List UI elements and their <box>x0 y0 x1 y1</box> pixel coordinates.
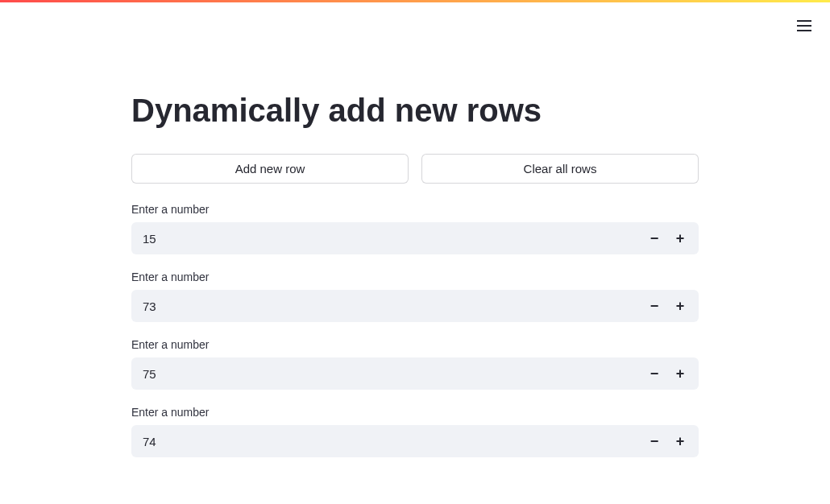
plus-icon[interactable]: + <box>673 366 687 381</box>
number-input-label: Enter a number <box>131 271 699 283</box>
number-input[interactable] <box>131 357 647 390</box>
add-new-row-button[interactable]: Add new row <box>131 154 409 184</box>
number-input[interactable] <box>131 290 647 322</box>
number-stepper: − + <box>647 299 699 313</box>
main-container: Dynamically add new rows Add new row Cle… <box>131 2 699 457</box>
minus-icon[interactable]: − <box>647 231 662 246</box>
main-menu-button[interactable] <box>793 14 815 37</box>
plus-icon[interactable]: + <box>673 434 687 448</box>
number-stepper: − + <box>647 434 699 448</box>
number-input-container: − + <box>131 357 699 390</box>
number-row: Enter a number − + <box>131 271 699 322</box>
action-button-row: Add new row Clear all rows <box>131 154 699 184</box>
minus-icon[interactable]: − <box>647 366 662 381</box>
number-row: Enter a number − + <box>131 203 699 254</box>
number-input-container: − + <box>131 425 699 457</box>
number-input[interactable] <box>131 222 647 254</box>
number-stepper: − + <box>647 366 699 381</box>
number-stepper: − + <box>647 231 699 246</box>
number-input-label: Enter a number <box>131 203 699 216</box>
number-input-container: − + <box>131 222 699 254</box>
page-title: Dynamically add new rows <box>131 91 699 130</box>
plus-icon[interactable]: + <box>673 299 687 313</box>
number-input-label: Enter a number <box>131 338 699 351</box>
minus-icon[interactable]: − <box>647 299 662 313</box>
hamburger-line <box>797 25 811 27</box>
number-row: Enter a number − + <box>131 406 699 457</box>
number-input-label: Enter a number <box>131 406 699 419</box>
clear-all-rows-button[interactable]: Clear all rows <box>421 154 699 184</box>
number-input[interactable] <box>131 425 647 457</box>
number-input-container: − + <box>131 290 699 322</box>
hamburger-line <box>797 30 811 31</box>
number-row: Enter a number − + <box>131 338 699 390</box>
hamburger-line <box>797 20 811 22</box>
plus-icon[interactable]: + <box>673 231 687 246</box>
minus-icon[interactable]: − <box>647 434 662 448</box>
